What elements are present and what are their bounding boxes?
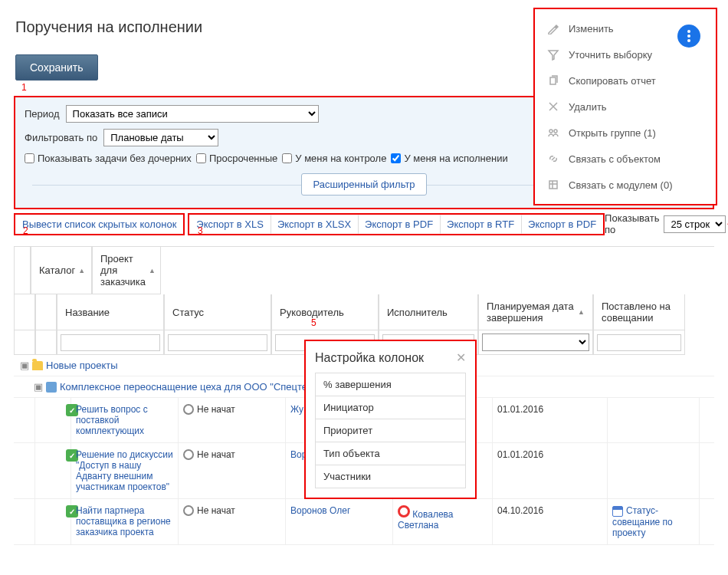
task-link[interactable]: Решить вопрос с поставкой комплектующих: [76, 404, 148, 436]
filter-name[interactable]: [61, 334, 160, 351]
col-meeting[interactable]: Поставлено на совещании: [593, 294, 685, 330]
save-button[interactable]: Сохранить: [15, 54, 98, 80]
popup-item-3[interactable]: Тип объекта: [315, 442, 466, 465]
col-plan-date[interactable]: Планируемая дата завершения▲: [478, 294, 593, 330]
project-icon: [46, 382, 57, 393]
status-icon: [183, 404, 194, 415]
task-link[interactable]: Найти партнера поставщика в регионе зака…: [76, 505, 171, 537]
columns-popup: Настройка колонок ✕ % завершенияИнициато…: [304, 340, 477, 499]
filter-meeting[interactable]: [597, 334, 681, 351]
ctx-group[interactable]: Открыть группе (1): [535, 120, 716, 146]
filter-plan[interactable]: [482, 334, 589, 351]
period-select[interactable]: Показать все записи: [66, 105, 319, 123]
annotation-3: 3: [198, 225, 203, 236]
expand-column-header[interactable]: [14, 247, 31, 294]
toolbar: Вывести список скрытых колонок Экспорт в…: [14, 212, 714, 235]
user-icon: [398, 505, 410, 518]
show-hidden-columns[interactable]: Вывести список скрытых колонок: [15, 215, 183, 234]
filter-status[interactable]: [168, 334, 267, 351]
col-status[interactable]: Статус: [164, 294, 271, 330]
popup-item-0[interactable]: % завершения: [315, 373, 466, 396]
status-icon: [183, 449, 194, 460]
chk-3[interactable]: У меня на исполнении: [391, 153, 507, 164]
popup-title: Настройка колонок: [315, 351, 424, 365]
folder-icon: [32, 361, 43, 370]
annotation-5: 5: [311, 317, 316, 328]
popup-item-2[interactable]: Приоритет: [315, 419, 466, 442]
showby-label: Показывать по: [605, 212, 659, 235]
popup-item-1[interactable]: Инициатор: [315, 396, 466, 419]
col-manager[interactable]: Руководитель: [271, 294, 379, 330]
advanced-filter-button[interactable]: Расширенный фильтр: [301, 173, 426, 196]
chk-2[interactable]: У меня на контроле: [282, 153, 386, 164]
filterby-label: Фильтровать по: [25, 132, 97, 143]
catalog-header[interactable]: Каталог▲: [31, 247, 92, 294]
export-3[interactable]: Экспорт в RTF: [440, 215, 521, 234]
table-row: ✓ Найти партнера поставщика в регионе за…: [14, 499, 714, 545]
period-label: Период: [25, 108, 60, 120]
export-4[interactable]: Экспорт в PDF: [521, 215, 603, 234]
ctx-link[interactable]: Связать с объектом: [535, 146, 716, 172]
chk-0[interactable]: Показывать задачи без дочерних: [25, 153, 192, 164]
more-actions-button[interactable]: [677, 25, 700, 48]
close-icon[interactable]: ✕: [456, 350, 466, 365]
ctx-cross[interactable]: Удалить: [535, 94, 716, 120]
calendar-icon: [612, 506, 623, 517]
context-menu: ИзменитьУточнить выборкуСкопировать отче…: [533, 8, 717, 205]
ctx-copy[interactable]: Скопировать отчет: [535, 67, 716, 94]
project-header[interactable]: Проект для заказчика▲: [92, 247, 161, 294]
ctx-module[interactable]: Связать с модулем (0): [535, 172, 716, 198]
col-name[interactable]: Название: [57, 294, 164, 330]
col-executor[interactable]: Исполнитель: [379, 294, 478, 330]
filterby-select[interactable]: Плановые даты: [103, 129, 218, 146]
popup-item-4[interactable]: Участники: [315, 465, 466, 488]
export-1[interactable]: Экспорт в XLSX: [271, 215, 358, 234]
task-link[interactable]: Решение по дискуссии "Доступ в нашу Адва…: [76, 449, 173, 492]
annotation-2: 2: [23, 225, 28, 236]
manager-link[interactable]: Воронов Олег: [290, 505, 350, 516]
chk-1[interactable]: Просроченные: [196, 153, 277, 164]
manager-link[interactable]: Жу: [290, 404, 303, 415]
showby-select[interactable]: 25 строк: [664, 215, 726, 233]
export-2[interactable]: Экспорт в PDF: [358, 215, 440, 234]
annotation-1: 1: [21, 82, 27, 93]
status-icon: [183, 505, 194, 516]
